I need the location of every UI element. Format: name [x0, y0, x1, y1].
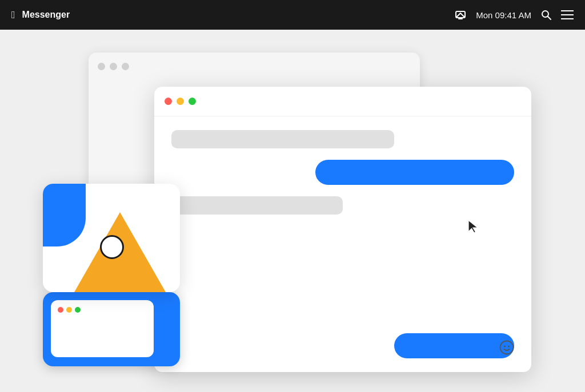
chat-placeholder-bar-1	[171, 130, 394, 148]
svg-line-2	[548, 17, 551, 20]
search-icon[interactable]	[540, 9, 552, 21]
emoji-reaction-button[interactable]	[499, 340, 514, 358]
outgoing-message-bubble-2	[394, 333, 514, 358]
menu-bar:  Messenger Mon 09:41 AM	[0, 0, 585, 30]
bg-dot-2	[110, 63, 117, 70]
maximize-dot[interactable]	[189, 98, 196, 105]
main-content	[0, 30, 585, 392]
bottom-maximize-dot	[75, 307, 81, 313]
bird-eye	[100, 235, 124, 259]
bottom-minimize-dot	[66, 307, 72, 313]
bottom-card-dots	[58, 307, 81, 313]
svg-point-8	[508, 346, 510, 347]
app-title: Messenger	[22, 10, 70, 20]
bottom-blue-card	[43, 292, 180, 366]
chat-content	[154, 116, 531, 372]
menu-bar-right: Mon 09:41 AM	[454, 9, 574, 21]
time-display: Mon 09:41 AM	[476, 10, 531, 20]
svg-point-7	[504, 346, 506, 347]
bottom-close-dot	[58, 307, 63, 313]
hamburger-menu-icon[interactable]	[561, 10, 574, 20]
outgoing-message-bubble-1	[315, 160, 514, 185]
bird-mascot-card	[43, 184, 180, 292]
bg-dot-3	[122, 63, 129, 70]
airplay-icon[interactable]	[454, 9, 467, 21]
bg-dot-1	[98, 63, 105, 70]
minimize-dot[interactable]	[177, 98, 184, 105]
main-window-titlebar	[154, 87, 531, 116]
svg-point-6	[500, 341, 514, 354]
bottom-card-inner-window	[51, 300, 154, 357]
apple-logo-icon: 	[11, 9, 15, 21]
mouse-cursor	[467, 219, 480, 237]
main-window	[154, 87, 531, 372]
chat-placeholder-bar-2	[171, 196, 343, 215]
menu-bar-left:  Messenger	[11, 9, 447, 21]
close-dot[interactable]	[165, 98, 172, 105]
bg-window-titlebar	[89, 52, 420, 80]
bird-illustration	[43, 184, 180, 292]
